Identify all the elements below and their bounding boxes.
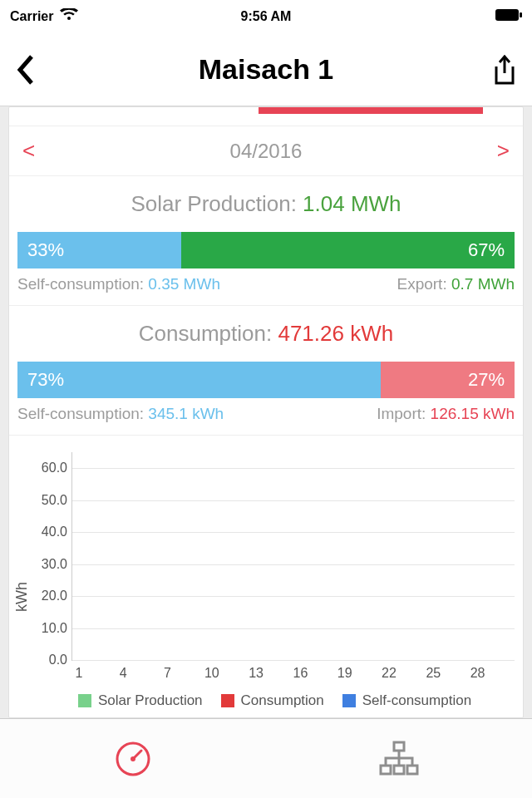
date-navigator: < 04/2016 > — [9, 126, 523, 175]
solar-production-section: Solar Production: 1.04 MWh 33% 67% Self-… — [9, 175, 523, 305]
tab-strip — [9, 107, 523, 126]
chevron-left-icon — [15, 53, 35, 86]
legend-consumption: Consumption — [221, 692, 324, 709]
legend-solar: Solar Production — [78, 692, 203, 709]
page-title: Maisach 1 — [58, 53, 474, 86]
solar-production-title: Solar Production: 1.04 MWh — [17, 191, 515, 217]
consumption-import-segment: 27% — [381, 362, 515, 398]
svg-rect-1 — [520, 12, 522, 17]
status-left: Carrier — [10, 8, 180, 25]
svg-rect-6 — [394, 742, 404, 751]
svg-rect-8 — [394, 766, 404, 774]
consumption-self-segment: 73% — [17, 362, 381, 398]
solar-production-value: 1.04 MWh — [303, 191, 401, 216]
chart-x-axis: 14710131619222528 — [71, 660, 515, 684]
chart-y-label: kWh — [13, 452, 35, 709]
production-bar: 33% 67% — [17, 232, 515, 268]
svg-point-5 — [131, 756, 135, 761]
svg-rect-0 — [495, 9, 519, 21]
consumption-sub-labels: Self-consumption: 345.1 kWh Import: 126.… — [17, 405, 515, 423]
gauge-icon — [114, 740, 152, 778]
wifi-icon — [60, 8, 78, 25]
carrier-label: Carrier — [10, 9, 53, 24]
sitemap-icon — [378, 741, 420, 777]
production-export-value: 0.7 MWh — [451, 275, 515, 293]
consumption-value: 471.26 kWh — [278, 321, 393, 346]
back-button[interactable] — [15, 53, 58, 86]
main-card: < 04/2016 > Solar Production: 1.04 MWh 3… — [8, 106, 524, 718]
svg-rect-7 — [381, 766, 391, 774]
consumption-section: Consumption: 471.26 kWh 73% 27% Self-con… — [9, 305, 523, 435]
tab-bar — [0, 718, 532, 798]
tab-indicator — [259, 107, 483, 114]
battery-icon — [495, 9, 522, 24]
production-self-value: 0.35 MWh — [148, 275, 220, 293]
tab-sitemap[interactable] — [266, 719, 532, 798]
status-bar: Carrier 9:56 AM — [0, 0, 532, 33]
chart-plot: 0.010.020.030.040.050.060.0 — [71, 452, 515, 660]
consumption-self-value: 345.1 kWh — [148, 405, 224, 422]
chart-legend: Solar Production Consumption Self-consum… — [35, 692, 515, 709]
production-export-segment: 67% — [181, 232, 515, 268]
nav-bar: Maisach 1 — [0, 33, 532, 106]
svg-rect-9 — [407, 766, 417, 774]
status-time: 9:56 AM — [180, 9, 351, 24]
tab-dashboard[interactable] — [0, 719, 266, 798]
consumption-import-value: 126.15 kWh — [431, 405, 515, 422]
consumption-title: Consumption: 471.26 kWh — [17, 321, 515, 347]
date-next-button[interactable]: > — [497, 138, 510, 164]
date-label: 04/2016 — [230, 140, 303, 163]
production-sub-labels: Self-consumption: 0.35 MWh Export: 0.7 M… — [17, 275, 515, 293]
status-right — [352, 9, 522, 24]
consumption-bar: 73% 27% — [17, 362, 515, 398]
share-icon — [492, 55, 517, 85]
production-self-segment: 33% — [17, 232, 181, 268]
share-button[interactable] — [474, 55, 517, 85]
date-prev-button[interactable]: < — [22, 138, 35, 164]
chart-section: kWh 0.010.020.030.040.050.060.0 14710131… — [9, 435, 523, 717]
legend-self: Self-consumption — [342, 692, 471, 709]
